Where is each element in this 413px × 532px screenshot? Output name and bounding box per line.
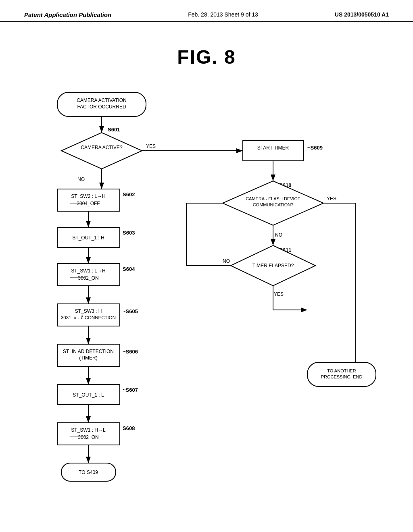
svg-text:ST_OUT_1 : H: ST_OUT_1 : H bbox=[72, 235, 104, 241]
header-patent-number: US 2013/0050510 A1 bbox=[335, 11, 389, 18]
svg-text:COMMUNICATION?: COMMUNICATION? bbox=[253, 202, 294, 207]
svg-text:ST_IN AD DETECTION: ST_IN AD DETECTION bbox=[63, 349, 114, 354]
svg-text:FACTOR OCCURRED: FACTOR OCCURRED bbox=[77, 104, 126, 110]
svg-text:NO: NO bbox=[275, 232, 282, 238]
svg-rect-50 bbox=[57, 264, 120, 286]
svg-text:3004_OFF: 3004_OFF bbox=[77, 201, 100, 206]
svg-text:NO: NO bbox=[77, 177, 85, 182]
svg-text:S608: S608 bbox=[123, 425, 135, 431]
svg-text:3002_ON: 3002_ON bbox=[78, 275, 98, 281]
svg-text:~S607: ~S607 bbox=[123, 387, 138, 393]
diagram-area: CAMERA ACTIVATION FACTOR OCCURRED S601 C… bbox=[25, 84, 388, 528]
svg-text:TO S409: TO S409 bbox=[79, 470, 98, 475]
svg-text:START TIMER: START TIMER bbox=[257, 145, 289, 151]
svg-text:S603: S603 bbox=[123, 230, 135, 236]
svg-marker-6 bbox=[61, 133, 142, 169]
svg-text:ST_OUT_1 : L: ST_OUT_1 : L bbox=[73, 392, 104, 398]
svg-text:TO ANOTHER: TO ANOTHER bbox=[327, 368, 356, 373]
svg-text:YES: YES bbox=[327, 196, 336, 202]
svg-text:(TIMER): (TIMER) bbox=[79, 355, 97, 361]
svg-text:PROCESSING: END: PROCESSING: END bbox=[321, 374, 363, 379]
svg-text:YES: YES bbox=[146, 143, 156, 149]
svg-text:~S605: ~S605 bbox=[123, 308, 138, 314]
svg-text:S602: S602 bbox=[123, 191, 135, 197]
svg-text:CAMERA ACTIVATION: CAMERA ACTIVATION bbox=[77, 98, 127, 103]
svg-text:ST_SW1 : H→L: ST_SW1 : H→L bbox=[71, 427, 106, 433]
svg-text:ST_SW2 : L→H: ST_SW2 : L→H bbox=[71, 193, 105, 199]
svg-text:S601: S601 bbox=[108, 127, 120, 133]
svg-rect-40 bbox=[57, 189, 120, 211]
svg-rect-70 bbox=[57, 423, 120, 445]
page-header: Patent Application Publication Feb. 28, … bbox=[0, 0, 413, 22]
svg-text:ST_SW1 : L→H: ST_SW1 : L→H bbox=[71, 268, 105, 274]
header-publication-label: Patent Application Publication bbox=[24, 11, 111, 18]
svg-text:~S609: ~S609 bbox=[307, 145, 323, 151]
svg-text:YES: YES bbox=[274, 291, 284, 297]
svg-text:ST_SW3 : H: ST_SW3 : H bbox=[75, 308, 102, 314]
svg-text:S604: S604 bbox=[123, 266, 135, 272]
flowchart-svg: CAMERA ACTIVATION FACTOR OCCURRED S601 C… bbox=[25, 84, 388, 528]
svg-text:3002_ON: 3002_ON bbox=[78, 434, 98, 440]
svg-text:NO: NO bbox=[223, 258, 230, 264]
svg-rect-10 bbox=[243, 141, 303, 161]
svg-text:TIMER ELAPSED?: TIMER ELAPSED? bbox=[252, 263, 294, 268]
svg-text:~S606: ~S606 bbox=[123, 349, 138, 355]
svg-text:3031: a - c̄ CONNECTION: 3031: a - c̄ CONNECTION bbox=[61, 315, 116, 320]
header-date-sheet: Feb. 28, 2013 Sheet 9 of 13 bbox=[188, 11, 258, 18]
svg-text:CAMERA - FLASH DEVICE: CAMERA - FLASH DEVICE bbox=[246, 196, 300, 201]
figure-title: FIG. 8 bbox=[0, 46, 413, 68]
svg-text:CAMERA ACTIVE?: CAMERA ACTIVE? bbox=[81, 145, 123, 150]
